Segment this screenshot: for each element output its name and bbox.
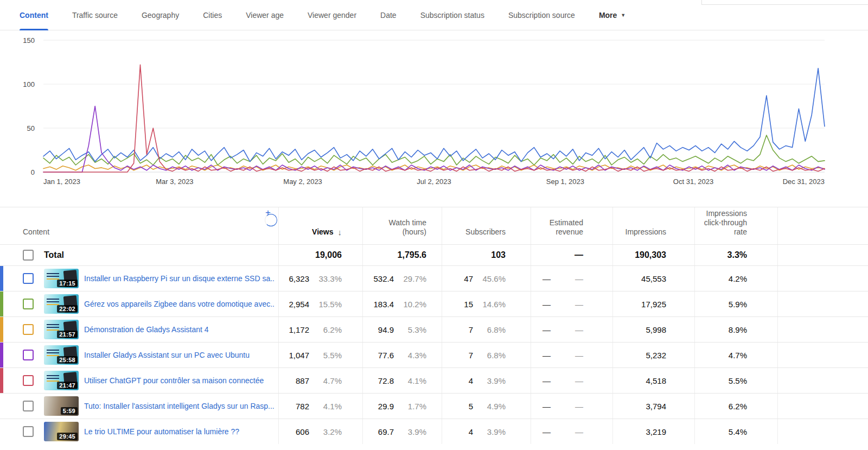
video-title-link[interactable]: Tuto: Installer l'assistant intelligent … xyxy=(84,402,274,410)
subscribers-percent: 14.6% xyxy=(473,300,506,309)
revenue-percent: — xyxy=(551,274,583,283)
subscribers-percent: 3.9% xyxy=(473,427,506,436)
subscribers-percent: 6.8% xyxy=(473,325,506,334)
svg-text:150: 150 xyxy=(23,36,35,45)
watch-time-percent: 3.9% xyxy=(394,427,426,436)
revenue-value: — xyxy=(542,376,551,385)
watch-time-value: 29.9 xyxy=(378,402,394,411)
video-title-link[interactable]: Démonstration de Gladys Assistant 4 xyxy=(84,325,209,334)
tab-date[interactable]: Date xyxy=(380,0,397,30)
row-checkbox[interactable] xyxy=(23,273,34,284)
add-metric-column-button[interactable]: + xyxy=(265,214,277,226)
panel-corner-divider-vertical xyxy=(701,0,702,4)
line-chart-svg: 150100500Jan 1, 2023Mar 3, 2023May 2, 20… xyxy=(0,30,868,201)
watch-time-value: 183.4 xyxy=(373,300,394,309)
svg-text:50: 50 xyxy=(27,124,35,132)
svg-text:Jan 1, 2023: Jan 1, 2023 xyxy=(43,178,80,186)
svg-text:Sep 1, 2023: Sep 1, 2023 xyxy=(546,178,584,186)
watch-time-percent: 1.7% xyxy=(394,402,426,411)
column-header-views[interactable]: Views xyxy=(312,227,333,237)
svg-text:100: 100 xyxy=(23,80,35,88)
watch-time-percent: 10.2% xyxy=(394,300,426,309)
revenue-value: — xyxy=(542,300,551,309)
panel-corner-divider-horizontal xyxy=(701,4,868,5)
video-duration-badge: 21:57 xyxy=(57,331,78,338)
video-thumbnail[interactable]: 17:15 xyxy=(44,269,79,288)
impressions-value: 3,219 xyxy=(646,427,666,436)
watch-time-value: 94.9 xyxy=(378,325,394,334)
total-views: 19,006 xyxy=(315,250,342,260)
revenue-percent: — xyxy=(551,427,583,436)
subscribers-value: 5 xyxy=(469,402,473,411)
svg-text:Jul 2, 2023: Jul 2, 2023 xyxy=(417,178,451,186)
watch-time-value: 69.7 xyxy=(378,427,394,436)
impressions-value: 17,925 xyxy=(641,300,666,309)
tab-geography[interactable]: Geography xyxy=(142,0,179,30)
svg-text:May 2, 2023: May 2, 2023 xyxy=(283,178,322,186)
row-checkbox[interactable] xyxy=(23,324,34,335)
total-estimated-revenue: — xyxy=(575,250,583,260)
video-title-link[interactable]: Installer Gladys Assistant sur un PC ave… xyxy=(84,351,250,359)
views-value: 2,954 xyxy=(289,300,309,309)
video-title-link[interactable]: Installer un Raspberry Pi sur un disque … xyxy=(84,274,274,283)
video-title-link[interactable]: Utiliser ChatGPT pour contrôler sa maiso… xyxy=(84,376,264,385)
row-checkbox[interactable] xyxy=(23,426,34,437)
ctr-value: 8.9% xyxy=(729,325,747,334)
row-checkbox[interactable] xyxy=(23,375,34,386)
column-header-subscribers[interactable]: Subscribers xyxy=(465,227,506,237)
ctr-value: 4.7% xyxy=(729,351,747,360)
column-header-watch-time[interactable]: Watch time (hours) xyxy=(389,218,427,237)
subscribers-value: 4 xyxy=(469,376,473,385)
analytics-tab-bar: Content Traffic source Geography Cities … xyxy=(0,0,868,30)
tab-subscription-status[interactable]: Subscription status xyxy=(420,0,484,30)
more-label: More xyxy=(599,11,617,20)
revenue-value: — xyxy=(542,402,551,411)
column-header-content[interactable]: Content xyxy=(23,227,49,237)
watch-time-percent: 4.3% xyxy=(394,351,426,360)
total-subscribers: 103 xyxy=(491,250,506,260)
row-checkbox[interactable] xyxy=(23,350,34,360)
revenue-percent: — xyxy=(551,376,583,385)
views-value: 1,172 xyxy=(289,325,309,334)
tab-content[interactable]: Content xyxy=(20,0,48,30)
views-percent: 5.5% xyxy=(309,351,342,360)
video-duration-badge: 5:59 xyxy=(61,407,78,415)
video-thumbnail[interactable]: 25:58 xyxy=(44,345,79,365)
subscribers-percent: 4.9% xyxy=(473,402,506,411)
row-checkbox[interactable] xyxy=(23,401,34,411)
tab-viewer-gender[interactable]: Viewer gender xyxy=(308,0,356,30)
tab-traffic-source[interactable]: Traffic source xyxy=(72,0,118,30)
video-thumbnail[interactable]: 21:47 xyxy=(44,371,79,390)
more-tabs-button[interactable]: More ▼ xyxy=(599,11,626,20)
chevron-down-icon: ▼ xyxy=(621,12,626,18)
series-color-bar xyxy=(0,317,3,342)
revenue-percent: — xyxy=(551,351,583,360)
column-header-estimated-revenue[interactable]: Estimated revenue xyxy=(550,218,583,237)
table-row: 29:45 Le trio ULTIME pour automatiser la… xyxy=(0,419,868,444)
video-title-link[interactable]: Gérez vos appareils Zigbee dans votre do… xyxy=(84,300,274,308)
tab-subscription-source[interactable]: Subscription source xyxy=(508,0,575,30)
video-thumbnail[interactable]: 29:45 xyxy=(44,422,79,441)
video-thumbnail[interactable]: 5:59 xyxy=(44,396,79,416)
video-thumbnail[interactable]: 21:57 xyxy=(44,320,79,339)
ctr-value: 4.2% xyxy=(729,274,747,283)
video-duration-badge: 17:15 xyxy=(57,280,78,287)
table-row: 5:59 Tuto: Installer l'assistant intelli… xyxy=(0,393,868,419)
sort-descending-icon[interactable]: ↓ xyxy=(338,227,342,237)
views-value: 782 xyxy=(296,402,309,411)
total-row-checkbox[interactable] xyxy=(23,250,34,261)
impressions-value: 3,794 xyxy=(646,402,666,411)
watch-time-value: 532.4 xyxy=(373,274,394,283)
column-header-impressions[interactable]: Impressions xyxy=(626,227,666,237)
tab-cities[interactable]: Cities xyxy=(203,0,222,30)
revenue-value: — xyxy=(542,274,551,283)
video-title-link[interactable]: Le trio ULTIME pour automatiser la lumiè… xyxy=(84,427,239,436)
subscribers-value: 4 xyxy=(469,427,473,436)
tab-viewer-age[interactable]: Viewer age xyxy=(246,0,284,30)
table-row: 21:47 Utiliser ChatGPT pour contrôler sa… xyxy=(0,367,868,393)
video-thumbnail[interactable]: 22:02 xyxy=(44,294,79,314)
column-header-ctr[interactable]: Impressions click-through rate xyxy=(704,209,747,237)
revenue-value: — xyxy=(542,325,551,334)
views-value: 1,047 xyxy=(289,351,309,360)
row-checkbox[interactable] xyxy=(23,299,34,309)
